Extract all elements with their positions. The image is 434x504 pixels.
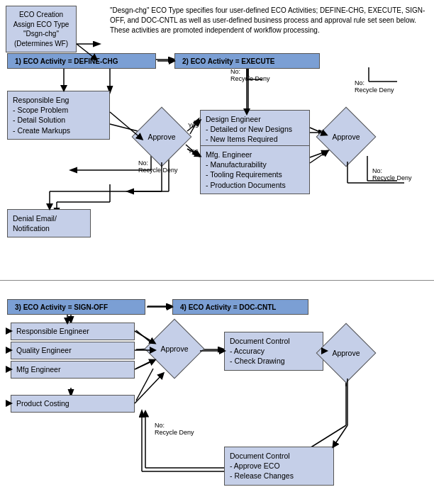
activity-execute: 2) ECO Activity = EXECUTE	[174, 53, 320, 69]
eco-creation-box: ECO CreationAssign ECO Type"Dsgn-chg"(De…	[6, 6, 77, 52]
approve-diamond-3: Approve	[153, 327, 200, 374]
eco-creation-title: ECO CreationAssign ECO Type"Dsgn-chg"(De…	[11, 10, 71, 48]
responsible-engineer-box: Responsible Engineer	[11, 323, 135, 340]
mfg-engineer-box-2: Mfg Engineer	[11, 361, 135, 379]
no-recycle-bottom: No:Recycle Deny	[155, 422, 194, 436]
approve-diamond-4: Approve	[325, 332, 372, 379]
mfg-engineer-box: Mfg. Engineer- Manufacturability- Toolin…	[200, 145, 310, 194]
no-recycle-3: No:Recycle Deny	[372, 167, 412, 181]
arrows-svg	[0, 0, 434, 504]
activity-define-chg: 1) ECO Activity = DEFINE-CHG	[7, 53, 156, 69]
responsible-eng-box: Responsible Eng- Scope Problem- Detail S…	[7, 91, 110, 140]
approve-diamond-2: Approve	[325, 116, 372, 162]
product-costing-box: Product Costing	[11, 395, 135, 413]
denial-email-box: Denial Email/Notification	[7, 209, 91, 237]
approve-diamond-1: Approve	[140, 116, 187, 162]
no-recycle-1: No:Recycle Deny	[230, 68, 270, 82]
section-divider	[0, 280, 434, 281]
arrows-svg-2	[0, 0, 434, 504]
quality-engineer-box: Quality Engineer	[11, 342, 135, 359]
yes-label-1: Yes	[188, 122, 199, 129]
activity-sign-off: 3) ECO Activity = SIGN-OFF	[7, 299, 145, 315]
info-text: "Desgn-chg" ECO Type specifies four user…	[110, 6, 429, 35]
doc-control-accuracy-box: Document Control- Accuracy- Check Drawin…	[224, 332, 323, 371]
doc-control-approve-box: Document Control- Approve ECO- Release C…	[224, 447, 334, 486]
svg-line-62	[333, 425, 347, 447]
design-engineer-box: Design Engineer- Detailed or New Designs…	[200, 110, 310, 149]
svg-line-58	[135, 374, 163, 403]
activity-doc-cntl: 4) ECO Activity = DOC-CNTL	[172, 299, 308, 315]
yes-label-2: Yes	[188, 147, 199, 155]
no-recycle-2: No:Recycle Deny	[355, 79, 394, 94]
no-label-1: No:Recycle Deny	[138, 159, 178, 174]
svg-line-57	[135, 360, 155, 369]
svg-line-19	[136, 369, 153, 401]
svg-line-18	[136, 360, 153, 369]
diagram: "Desgn-chg" ECO Type specifies four user…	[0, 0, 434, 504]
